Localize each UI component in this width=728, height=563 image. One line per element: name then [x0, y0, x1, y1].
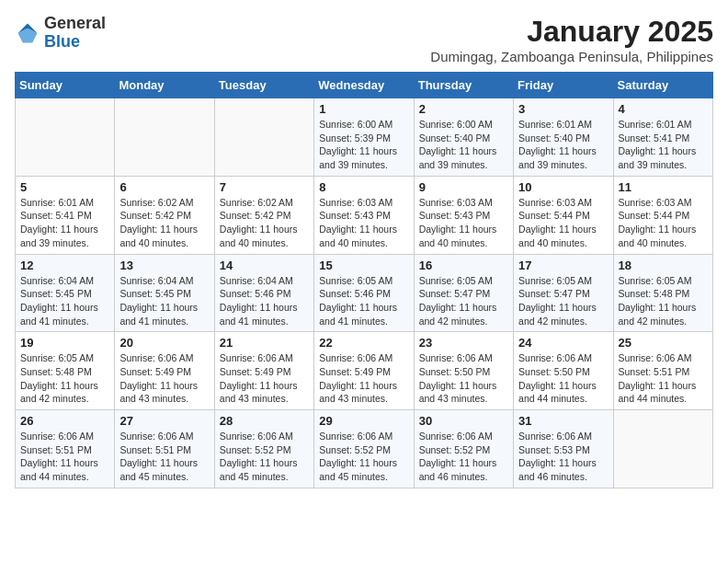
day-info: Sunrise: 6:01 AMSunset: 5:41 PMDaylight:…	[619, 118, 708, 172]
day-info: Sunrise: 6:05 AMSunset: 5:48 PMDaylight:…	[20, 351, 109, 406]
day-number: 28	[220, 414, 309, 428]
calendar-cell: 21Sunrise: 6:06 AMSunset: 5:49 PMDayligh…	[214, 332, 313, 410]
calendar-cell: 13Sunrise: 6:04 AMSunset: 5:45 PMDayligh…	[115, 254, 214, 332]
calendar-cell: 31Sunrise: 6:06 AMSunset: 5:53 PMDayligh…	[514, 410, 613, 488]
day-number: 24	[518, 336, 608, 350]
calendar-cell: 6Sunrise: 6:02 AMSunset: 5:42 PMDaylight…	[115, 176, 214, 254]
day-info: Sunrise: 6:06 AMSunset: 5:49 PMDaylight:…	[319, 351, 408, 406]
day-info: Sunrise: 6:06 AMSunset: 5:50 PMDaylight:…	[518, 351, 608, 406]
day-info: Sunrise: 6:00 AMSunset: 5:39 PMDaylight:…	[319, 118, 408, 172]
calendar-cell: 4Sunrise: 6:01 AMSunset: 5:41 PMDaylight…	[613, 98, 712, 177]
calendar-cell	[115, 98, 214, 177]
day-info: Sunrise: 6:06 AMSunset: 5:52 PMDaylight:…	[220, 430, 309, 484]
weekday-tuesday: Tuesday	[214, 73, 313, 98]
title-block: January 2025 Dumingag, Zamboanga Peninsu…	[430, 15, 713, 64]
calendar-cell: 1Sunrise: 6:00 AMSunset: 5:39 PMDaylight…	[314, 98, 414, 177]
day-info: Sunrise: 6:04 AMSunset: 5:46 PMDaylight:…	[220, 274, 309, 328]
weekday-wednesday: Wednesday	[314, 73, 414, 98]
day-info: Sunrise: 6:04 AMSunset: 5:45 PMDaylight:…	[20, 274, 109, 328]
calendar-subtitle: Dumingag, Zamboanga Peninsula, Philippin…	[430, 49, 713, 64]
day-info: Sunrise: 6:05 AMSunset: 5:48 PMDaylight:…	[619, 274, 708, 328]
day-number: 19	[20, 336, 109, 350]
calendar-cell: 11Sunrise: 6:03 AMSunset: 5:44 PMDayligh…	[613, 176, 712, 254]
logo: General Blue	[15, 15, 106, 52]
day-info: Sunrise: 6:06 AMSunset: 5:52 PMDaylight:…	[419, 430, 508, 484]
calendar-cell: 30Sunrise: 6:06 AMSunset: 5:52 PMDayligh…	[414, 410, 513, 488]
logo-text: General Blue	[44, 15, 106, 52]
day-info: Sunrise: 6:06 AMSunset: 5:49 PMDaylight:…	[220, 351, 309, 406]
calendar-cell: 15Sunrise: 6:05 AMSunset: 5:46 PMDayligh…	[314, 254, 414, 332]
day-info: Sunrise: 6:06 AMSunset: 5:51 PMDaylight:…	[20, 430, 109, 484]
day-number: 7	[220, 180, 309, 194]
logo-blue: Blue	[44, 33, 106, 52]
day-info: Sunrise: 6:04 AMSunset: 5:45 PMDaylight:…	[119, 274, 209, 328]
day-info: Sunrise: 6:02 AMSunset: 5:42 PMDaylight:…	[119, 196, 209, 250]
calendar-cell: 24Sunrise: 6:06 AMSunset: 5:50 PMDayligh…	[514, 332, 613, 410]
day-info: Sunrise: 6:00 AMSunset: 5:40 PMDaylight:…	[419, 118, 508, 172]
calendar-cell: 26Sunrise: 6:06 AMSunset: 5:51 PMDayligh…	[16, 410, 115, 488]
day-info: Sunrise: 6:02 AMSunset: 5:42 PMDaylight:…	[220, 196, 309, 250]
day-number: 2	[419, 102, 508, 116]
week-row-4: 19Sunrise: 6:05 AMSunset: 5:48 PMDayligh…	[16, 332, 713, 410]
day-info: Sunrise: 6:05 AMSunset: 5:47 PMDaylight:…	[419, 274, 508, 328]
calendar-title: January 2025	[430, 15, 713, 49]
day-info: Sunrise: 6:06 AMSunset: 5:51 PMDaylight:…	[119, 430, 209, 484]
day-info: Sunrise: 6:03 AMSunset: 5:44 PMDaylight:…	[518, 196, 608, 250]
calendar-cell: 17Sunrise: 6:05 AMSunset: 5:47 PMDayligh…	[514, 254, 613, 332]
day-number: 12	[20, 259, 109, 272]
day-number: 20	[119, 336, 209, 350]
week-row-1: 1Sunrise: 6:00 AMSunset: 5:39 PMDaylight…	[16, 98, 713, 177]
day-number: 26	[20, 414, 109, 428]
day-number: 31	[518, 414, 608, 428]
calendar-cell: 5Sunrise: 6:01 AMSunset: 5:41 PMDaylight…	[16, 176, 115, 254]
day-number: 14	[220, 259, 309, 272]
week-row-5: 26Sunrise: 6:06 AMSunset: 5:51 PMDayligh…	[16, 410, 713, 488]
day-info: Sunrise: 6:01 AMSunset: 5:40 PMDaylight:…	[518, 118, 608, 172]
calendar-cell: 23Sunrise: 6:06 AMSunset: 5:50 PMDayligh…	[414, 332, 513, 410]
day-info: Sunrise: 6:03 AMSunset: 5:43 PMDaylight:…	[319, 196, 408, 250]
day-number: 3	[518, 102, 608, 116]
weekday-sunday: Sunday	[16, 73, 115, 98]
day-number: 5	[20, 180, 109, 194]
calendar-cell: 25Sunrise: 6:06 AMSunset: 5:51 PMDayligh…	[613, 332, 712, 410]
day-number: 27	[119, 414, 209, 428]
page-header: General Blue January 2025 Dumingag, Zamb…	[15, 15, 713, 64]
day-info: Sunrise: 6:03 AMSunset: 5:44 PMDaylight:…	[619, 196, 708, 250]
calendar-cell: 14Sunrise: 6:04 AMSunset: 5:46 PMDayligh…	[214, 254, 313, 332]
day-info: Sunrise: 6:06 AMSunset: 5:51 PMDaylight:…	[619, 351, 708, 406]
calendar-cell: 8Sunrise: 6:03 AMSunset: 5:43 PMDaylight…	[314, 176, 414, 254]
day-number: 25	[619, 336, 708, 350]
day-number: 18	[619, 259, 708, 272]
weekday-header-row: SundayMondayTuesdayWednesdayThursdayFrid…	[16, 73, 713, 98]
day-number: 9	[419, 180, 508, 194]
calendar-table: SundayMondayTuesdayWednesdayThursdayFrid…	[15, 72, 713, 488]
calendar-cell: 9Sunrise: 6:03 AMSunset: 5:43 PMDaylight…	[414, 176, 513, 254]
calendar-cell: 12Sunrise: 6:04 AMSunset: 5:45 PMDayligh…	[16, 254, 115, 332]
day-info: Sunrise: 6:03 AMSunset: 5:43 PMDaylight:…	[419, 196, 508, 250]
day-number: 21	[220, 336, 309, 350]
logo-general: General	[44, 15, 106, 33]
calendar-cell: 22Sunrise: 6:06 AMSunset: 5:49 PMDayligh…	[314, 332, 414, 410]
day-info: Sunrise: 6:06 AMSunset: 5:50 PMDaylight:…	[419, 351, 508, 406]
calendar-cell: 3Sunrise: 6:01 AMSunset: 5:40 PMDaylight…	[514, 98, 613, 177]
day-number: 1	[319, 102, 408, 116]
weekday-thursday: Thursday	[414, 73, 513, 98]
day-info: Sunrise: 6:05 AMSunset: 5:46 PMDaylight:…	[319, 274, 408, 328]
day-number: 4	[619, 102, 708, 116]
calendar-cell: 18Sunrise: 6:05 AMSunset: 5:48 PMDayligh…	[613, 254, 712, 332]
day-number: 29	[319, 414, 408, 428]
calendar-cell: 2Sunrise: 6:00 AMSunset: 5:40 PMDaylight…	[414, 98, 513, 177]
calendar-cell: 16Sunrise: 6:05 AMSunset: 5:47 PMDayligh…	[414, 254, 513, 332]
calendar-cell	[16, 98, 115, 177]
day-number: 11	[619, 180, 708, 194]
day-number: 17	[518, 259, 608, 272]
day-info: Sunrise: 6:06 AMSunset: 5:49 PMDaylight:…	[119, 351, 209, 406]
calendar-cell	[214, 98, 313, 177]
calendar-cell	[613, 410, 712, 488]
calendar-cell: 19Sunrise: 6:05 AMSunset: 5:48 PMDayligh…	[16, 332, 115, 410]
calendar-cell: 10Sunrise: 6:03 AMSunset: 5:44 PMDayligh…	[514, 176, 613, 254]
day-info: Sunrise: 6:06 AMSunset: 5:53 PMDaylight:…	[518, 430, 608, 484]
day-info: Sunrise: 6:06 AMSunset: 5:52 PMDaylight:…	[319, 430, 408, 484]
calendar-cell: 20Sunrise: 6:06 AMSunset: 5:49 PMDayligh…	[115, 332, 214, 410]
weekday-monday: Monday	[115, 73, 214, 98]
